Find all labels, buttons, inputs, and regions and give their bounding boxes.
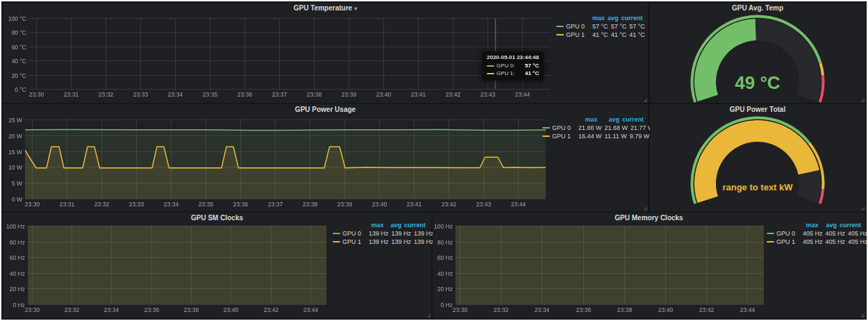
series-color-dash [487, 65, 494, 67]
legend-row: GPU 1139 Hz139 Hz139 Hz [333, 238, 427, 246]
legend-value: 139 Hz [367, 238, 390, 246]
legend-header-current[interactable]: current [621, 115, 645, 124]
legend-series-toggle[interactable]: GPU 1 [333, 238, 367, 246]
series-color-dash [333, 233, 340, 234]
legend-value: 57 °C [591, 22, 610, 31]
panel-title-text: GPU Avg. Temp [732, 4, 783, 12]
legend-header-max[interactable]: max [591, 14, 606, 22]
legend-series-toggle[interactable]: GPU 0 [542, 124, 577, 132]
series-color-dash [556, 26, 564, 27]
legend-header-avg[interactable]: avg [385, 221, 403, 229]
legend-value: 405 Hz [801, 238, 824, 246]
chevron-down-icon: ▾ [354, 6, 357, 12]
panel-title-gpu-power-usage[interactable]: GPU Power Usage [3, 104, 648, 115]
legend-header-current[interactable]: current [620, 14, 644, 22]
legend-row: GPU 0139 Hz139 Hz139 Hz [333, 229, 427, 238]
legend-value: 9.79 W [628, 132, 651, 140]
series-color-dash [333, 241, 340, 242]
series-color-dash [556, 34, 564, 35]
legend-series-toggle[interactable]: GPU 0 [556, 22, 591, 31]
resize-handle[interactable] [860, 98, 865, 102]
gauge-value-text: range to text kW [650, 182, 865, 192]
panel-title-text: GPU Temperature [294, 4, 352, 12]
legend-header-current[interactable]: current [838, 221, 862, 229]
legend-value: 405 Hz [846, 238, 868, 246]
memory-clocks-chart-canvas[interactable] [434, 222, 765, 315]
panel-title-text: GPU Power Usage [295, 106, 356, 113]
legend-value: 21.86 W [577, 124, 603, 132]
series-color-dash [767, 241, 774, 242]
legend-row: GPU 0405 Hz405 Hz405 Hz [767, 229, 862, 238]
legend-value: 57 °C [610, 22, 628, 31]
sm-clocks-legend: maxavgcurrentGPU 0139 Hz139 Hz139 HzGPU … [333, 221, 427, 246]
tooltip-series-name: GPU 0: [496, 62, 515, 69]
legend-value: 41 °C [591, 31, 610, 39]
panel-gpu-power-total: GPU Power Total range to text kW [650, 104, 865, 211]
legend-header-avg[interactable]: avg [599, 115, 621, 124]
series-color-dash [542, 127, 550, 129]
sm-clocks-chart-canvas[interactable] [4, 222, 328, 315]
resize-handle[interactable] [643, 206, 647, 211]
tooltip-series-value: 57 °C [518, 62, 539, 69]
legend-value: 139 Hz [390, 229, 413, 238]
legend-value: 11.11 W [603, 132, 628, 140]
panel-title-gpu-avg-temp[interactable]: GPU Avg. Temp [650, 3, 865, 13]
legend-header-avg[interactable]: avg [819, 221, 838, 229]
legend-value: 41 °C [628, 31, 646, 39]
tooltip-series-name: GPU 1: [496, 69, 515, 77]
series-color-dash [487, 73, 494, 74]
legend-value: 405 Hz [824, 238, 847, 246]
panel-title-text: GPU SM Clocks [191, 214, 243, 222]
legend-header-current[interactable]: current [403, 221, 427, 229]
tooltip-timestamp: 2020-05-01 23:44:48 [487, 54, 539, 60]
legend-value: 405 Hz [846, 229, 868, 238]
resize-handle[interactable] [426, 313, 431, 318]
legend-value: 139 Hz [390, 238, 413, 246]
legend-value: 16.44 W [577, 132, 603, 140]
power-legend: maxavgcurrentGPU 021.86 W21.68 W21.77 WG… [542, 115, 645, 140]
panel-gpu-avg-temp: GPU Avg. Temp 49 °C [650, 3, 865, 103]
legend-row: GPU 141 °C41 °C41 °C [556, 31, 644, 39]
tooltip-row: GPU 0: 57 °C [487, 62, 539, 69]
legend-value: 21.68 W [603, 124, 630, 132]
panel-title-text: GPU Power Total [730, 106, 785, 113]
power-total-gauge [653, 115, 862, 207]
legend-row: GPU 021.86 W21.68 W21.77 W [542, 124, 645, 132]
legend-header-max[interactable]: max [801, 221, 819, 229]
resize-handle[interactable] [860, 313, 865, 318]
panel-gpu-memory-clocks: GPU Memory Clocks maxavgcurrentGPU 0405 … [433, 213, 865, 318]
resize-handle[interactable] [643, 98, 647, 102]
tooltip-row: GPU 1: 41 °C [487, 69, 539, 77]
legend-row: GPU 1405 Hz405 Hz405 Hz [767, 238, 862, 246]
legend-series-toggle[interactable]: GPU 0 [767, 229, 801, 238]
tooltip-series-value: 41 °C [518, 69, 539, 77]
legend-row: GPU 116.44 W11.11 W9.79 W [542, 132, 645, 140]
legend-series-toggle[interactable]: GPU 1 [767, 238, 801, 246]
legend-value: 139 Hz [367, 229, 390, 238]
legend-row: GPU 057 °C57 °C57 °C [556, 22, 644, 31]
chart-tooltip: 2020-05-01 23:44:48 GPU 0: 57 °C GPU 1: … [482, 51, 544, 81]
legend-series-toggle[interactable]: GPU 0 [333, 229, 367, 238]
legend-value: 41 °C [610, 31, 628, 39]
panel-gpu-temperature: GPU Temperature▾ maxavgcurrentGPU 057 °C… [3, 3, 648, 103]
gauge-value-text: 49 °C [650, 72, 865, 94]
legend-header-max[interactable]: max [577, 115, 599, 124]
legend-value: 139 Hz [412, 238, 435, 246]
panel-title-gpu-power-total[interactable]: GPU Power Total [650, 104, 865, 115]
legend-header-avg[interactable]: avg [606, 14, 620, 22]
panel-title-gpu-temperature[interactable]: GPU Temperature▾ [3, 3, 648, 13]
temperature-chart-canvas[interactable] [4, 14, 554, 100]
legend-series-toggle[interactable]: GPU 1 [542, 132, 577, 140]
legend-value: 405 Hz [801, 229, 824, 238]
legend-series-toggle[interactable]: GPU 1 [556, 31, 591, 39]
legend-value: 57 °C [628, 22, 646, 31]
legend-value: 405 Hz [824, 229, 847, 238]
panel-gpu-power-usage: GPU Power Usage maxavgcurrentGPU 021.86 … [3, 104, 648, 211]
series-color-dash [767, 233, 774, 234]
power-chart-canvas[interactable] [4, 115, 551, 210]
memory-clocks-legend: maxavgcurrentGPU 0405 Hz405 Hz405 HzGPU … [767, 221, 862, 246]
legend-header-max[interactable]: max [367, 221, 385, 229]
resize-handle[interactable] [860, 206, 865, 211]
grafana-dashboard: GPU Temperature▾ maxavgcurrentGPU 057 °C… [0, 0, 868, 321]
temperature-legend: maxavgcurrentGPU 057 °C57 °C57 °CGPU 141… [556, 14, 644, 39]
